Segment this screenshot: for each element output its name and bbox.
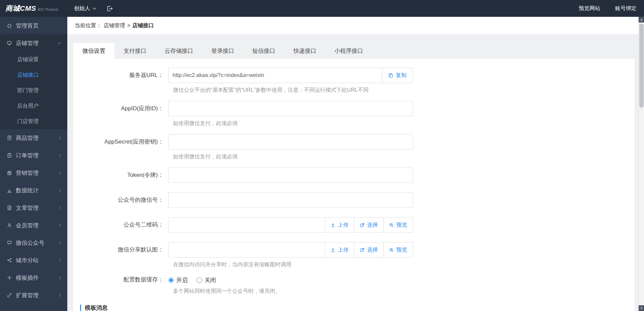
cache-on-option[interactable]: 开启 — [168, 276, 188, 284]
appid-help: 如使用微信支付，此项必填 — [173, 120, 635, 127]
server-url-input[interactable] — [168, 68, 382, 83]
user-dropdown[interactable]: 创始人 — [67, 0, 102, 17]
sidebar-item-label: 店铺管理 — [16, 39, 58, 47]
sidebar-item-orders[interactable]: 订单管理 — [0, 147, 67, 164]
wechat-account-label: 公众号的微信号： — [73, 192, 168, 208]
field-share-image: 微信分享默认图： 上传 选择 预览 — [73, 242, 635, 268]
select-icon — [360, 223, 365, 228]
cache-label: 配置数据缓存： — [73, 275, 168, 284]
tab-bar: 微信设置 支付接口 云存储接口 登录接口 短信接口 快递接口 小程序接口 — [73, 43, 635, 59]
sidebar: 管理首页 店铺管理 店铺设置 店铺接口 部门管理 后台用户 门店管理 商品管理 … — [0, 17, 67, 311]
submenu-label: 门店管理 — [17, 118, 39, 125]
copy-button[interactable]: 复制 — [382, 68, 413, 83]
members-icon — [7, 223, 12, 228]
tab-wechat-settings[interactable]: 微信设置 — [73, 43, 114, 59]
preview-site-link[interactable]: 预览网站 — [571, 0, 608, 17]
tab-sms-api[interactable]: 短信接口 — [243, 43, 284, 59]
qrcode-choose-button[interactable]: 选择 — [354, 217, 384, 233]
submenu-label: 店铺设置 — [17, 56, 39, 63]
share-image-help: 在微信内访问并分享时，当内容没有缩略图时调用 — [173, 261, 635, 268]
cache-help: 多个网站同时使用同一个公众号时，请关闭。 — [173, 287, 635, 295]
cache-off-option[interactable]: 关闭 — [196, 276, 216, 284]
field-server-url: 服务器URL： 复制 微信公众平台的“基本配置”的“URL”参数中使用，注意：不… — [73, 68, 635, 93]
share-image-upload-button[interactable]: 上传 — [325, 242, 354, 258]
scrollbar[interactable]: ▲ ▼ — [638, 17, 644, 311]
sidebar-item-label: 商品管理 — [16, 134, 58, 142]
share-image-input[interactable] — [168, 242, 325, 258]
appsecret-input[interactable] — [168, 134, 413, 150]
section-title-template-message: 模板消息 — [80, 305, 635, 311]
field-appid: AppID(应用ID)： 如使用微信支付，此项必填 — [73, 101, 635, 127]
tab-login-api[interactable]: 登录接口 — [202, 43, 243, 59]
logout-button[interactable] — [102, 0, 117, 17]
scroll-up-arrow[interactable]: ▲ — [639, 17, 644, 23]
sidebar-item-plugins[interactable]: 模板插件 — [0, 269, 67, 286]
account-bind-link[interactable]: 账号绑定 — [608, 0, 644, 17]
qrcode-input[interactable] — [168, 217, 325, 233]
token-label: Token(令牌)： — [73, 167, 168, 183]
appid-input[interactable] — [168, 101, 413, 116]
shop-icon — [7, 40, 12, 46]
submenu-label: 后台用户 — [17, 103, 39, 110]
wechat-icon — [7, 240, 12, 245]
sidebar-item-extensions[interactable]: 扩展管理 — [0, 286, 67, 304]
qrcode-preview-button[interactable]: 预览 — [383, 217, 413, 233]
goods-icon — [7, 135, 12, 141]
scrollbar-thumb[interactable] — [639, 24, 644, 108]
share-image-preview-button[interactable]: 预览 — [383, 242, 413, 258]
appid-label: AppID(应用ID)： — [73, 101, 168, 116]
articles-icon — [7, 205, 12, 210]
sidebar-item-wechat[interactable]: 微信公众号 — [0, 234, 67, 251]
zoom-preview-icon — [389, 247, 394, 252]
plus-icon — [7, 275, 12, 280]
cache-off-label: 关闭 — [205, 276, 216, 284]
tab-express-api[interactable]: 快递接口 — [284, 43, 325, 59]
sidebar-item-label: 数据统计 — [16, 187, 58, 194]
sidebar-item-admin-users[interactable]: 后台用户 — [0, 98, 67, 114]
cache-off-radio[interactable] — [196, 277, 202, 283]
token-input[interactable] — [168, 167, 413, 183]
share-image-label: 微信分享默认图： — [73, 242, 168, 258]
appsecret-label: AppSecret(应用密钥)： — [73, 134, 168, 150]
tab-cloud-storage-api[interactable]: 云存储接口 — [155, 43, 202, 59]
choose-button-label: 选择 — [367, 246, 378, 254]
tab-payment-api[interactable]: 支付接口 — [114, 43, 155, 59]
cache-on-radio[interactable] — [168, 277, 174, 283]
appsecret-help: 如使用微信支付，此项必填 — [173, 153, 635, 160]
chevron-right-icon — [58, 171, 61, 174]
tab-miniprogram-api[interactable]: 小程序接口 — [325, 43, 372, 59]
upload-button-label: 上传 — [338, 246, 349, 254]
submenu-label: 店铺接口 — [17, 72, 39, 79]
stats-icon — [7, 188, 12, 193]
logo-text: 商城CMS — [5, 4, 36, 13]
sidebar-item-articles[interactable]: 文章管理 — [0, 199, 67, 217]
scroll-down-arrow[interactable]: ▼ — [639, 305, 644, 311]
sidebar-item-stores[interactable]: 门店管理 — [0, 114, 67, 129]
sidebar-item-home[interactable]: 管理首页 — [0, 17, 67, 34]
copy-button-label: 复制 — [396, 72, 406, 79]
sidebar-item-stats[interactable]: 数据统计 — [0, 182, 67, 199]
submenu-label: 部门管理 — [17, 87, 39, 94]
topbar: 商城CMS B2C Products 创始人 预览网站 账号绑定 — [0, 0, 644, 17]
chevron-right-icon — [58, 206, 61, 209]
chevron-right-icon — [58, 189, 61, 192]
wechat-account-input[interactable] — [168, 192, 413, 208]
sidebar-item-city[interactable]: 城市分站 — [0, 251, 67, 269]
sidebar-item-shop-settings[interactable]: 店铺设置 — [0, 52, 67, 67]
share-image-choose-button[interactable]: 选择 — [354, 242, 384, 258]
chevron-right-icon — [58, 241, 61, 244]
upload-button-label: 上传 — [338, 222, 349, 229]
sidebar-item-members[interactable]: 会员管理 — [0, 217, 67, 234]
sidebar-item-label: 文章管理 — [16, 204, 58, 212]
logo-subtext: B2C Products — [38, 8, 59, 11]
breadcrumb-parent[interactable]: 店铺管理 — [104, 22, 125, 29]
sidebar-item-shop-api[interactable]: 店铺接口 — [0, 67, 67, 83]
field-appsecret: AppSecret(应用密钥)： 如使用微信支付，此项必填 — [73, 134, 635, 160]
qrcode-upload-button[interactable]: 上传 — [325, 217, 354, 233]
sidebar-item-goods[interactable]: 商品管理 — [0, 129, 67, 147]
field-wechat-account: 公众号的微信号： — [73, 192, 635, 208]
sidebar-item-marketing[interactable]: 营销管理 — [0, 164, 67, 182]
city-icon — [7, 258, 12, 263]
sidebar-item-shop[interactable]: 店铺管理 — [0, 34, 67, 52]
sidebar-item-departments[interactable]: 部门管理 — [0, 83, 67, 98]
